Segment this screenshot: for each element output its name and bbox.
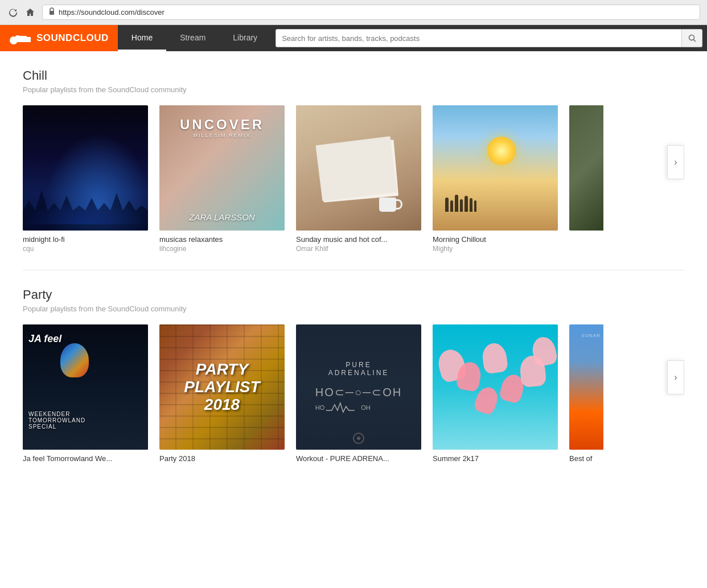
playlist-author: Mighty — [433, 245, 558, 253]
chill-playlist-row: midnight lo-fi cqu UNCOVER MILLESIM REMI… — [23, 105, 684, 253]
browser-chrome: https://soundcloud.com/discover — [0, 0, 707, 25]
playlist-thumb: JA feel WEEKENDER TOMORROWLAND SPECIAL — [23, 324, 148, 450]
reload-button[interactable] — [7, 6, 19, 19]
playlist-thumb — [433, 324, 558, 450]
soundcloud-icon — [9, 31, 32, 45]
uncover-title-text: UNCOVER — [180, 117, 264, 133]
playlist-thumb — [296, 105, 421, 231]
playlist-name: midnight lo-fi — [23, 235, 148, 244]
playlist-author: cqu — [23, 245, 148, 253]
playlist-thumb: PARTY PLAYLIST 2018 — [159, 324, 285, 450]
playlist-morning[interactable]: Morning Chillout Mighty — [433, 105, 558, 253]
playlist-author: lihcogine — [159, 245, 285, 253]
playlist-name: Summer 2k17 — [433, 454, 558, 463]
playlist-thumb: UNCOVER MILLESIM REMIX ZARA LARSSON — [159, 105, 285, 231]
playlist-name: Ja feel Tomorrowland We... — [23, 454, 148, 463]
playlist-thumb — [433, 105, 558, 231]
playlist-thumb — [569, 105, 603, 231]
uncover-sub-text: MILLESIM REMIX — [193, 133, 250, 138]
chill-subtitle: Popular playlists from the SoundCloud co… — [23, 85, 684, 94]
playlist-thumb: SONAR — [569, 324, 603, 450]
section-divider — [23, 270, 684, 270]
party-line2: PLAYLIST — [184, 379, 260, 396]
party-section: Party Popular playlists from the SoundCl… — [23, 287, 684, 464]
playlist-jazz-partial[interactable] — [569, 105, 603, 253]
playlist-name: Party 2018 — [159, 454, 285, 463]
main-nav: SOUNDCLOUD Home Stream Library — [0, 25, 707, 51]
party-line3: 2018 — [184, 396, 260, 413]
svg-rect-0 — [50, 11, 54, 15]
workout-overlay: PURE ADRENALINE HO⊂─○─⊂OH HO OH — [315, 361, 402, 413]
svg-point-9 — [689, 35, 694, 40]
jafeel-weekender: WEEKENDER — [28, 411, 85, 417]
party-title: Party — [23, 287, 684, 302]
uncover-artist-text: ZARA LARSSON — [189, 212, 254, 222]
nav-stream[interactable]: Stream — [166, 25, 219, 51]
playlist-workout[interactable]: PURE ADRENALINE HO⊂─○─⊂OH HO OH — [296, 324, 421, 464]
nav-links: Home Stream Library — [118, 25, 271, 51]
playlist-party2018[interactable]: PARTY PLAYLIST 2018 Party 2018 — [159, 324, 285, 464]
playlist-name: Workout - PURE ADRENA... — [296, 454, 421, 463]
party-next-arrow[interactable]: › — [667, 360, 684, 394]
party-line1: PARTY — [184, 361, 260, 379]
workout-title: PURE ADRENALINE — [315, 361, 402, 377]
address-bar[interactable]: https://soundcloud.com/discover — [42, 5, 700, 20]
bestof-label: Best of — [569, 454, 603, 463]
chill-next-arrow[interactable]: › — [667, 145, 684, 179]
home-button[interactable] — [24, 6, 36, 19]
jafeel-name: JA feel — [28, 333, 61, 345]
playlist-thumb: PURE ADRENALINE HO⊂─○─⊂OH HO OH — [296, 324, 421, 450]
playlist-summer[interactable]: Summer 2k17 — [433, 324, 558, 464]
sc-logo[interactable]: SOUNDCLOUD — [0, 25, 118, 51]
chill-title: Chill — [23, 68, 684, 83]
browser-controls — [7, 6, 36, 19]
jafeel-tomorrowland: TOMORROWLAND — [28, 417, 85, 423]
main-content: Chill Popular playlists from the SoundCl… — [0, 51, 707, 588]
sc-logo-text: SOUNDCLOUD — [36, 32, 109, 44]
playlist-sunday[interactable]: Sunday music and hot cof... Omar Khlif — [296, 105, 421, 253]
jafeel-special: SPECIAL — [28, 423, 85, 430]
svg-line-10 — [693, 40, 696, 42]
playlist-name: musicas relaxantes — [159, 235, 285, 244]
url-text: https://soundcloud.com/discover — [59, 8, 165, 17]
playlist-name: Sunday music and hot cof... — [296, 235, 421, 244]
playlist-bestof-partial[interactable]: SONAR Best of — [569, 324, 603, 464]
search-input[interactable] — [276, 29, 682, 47]
playlist-name: Morning Chillout — [433, 235, 558, 244]
svg-rect-8 — [14, 39, 31, 42]
nav-library[interactable]: Library — [219, 25, 271, 51]
lock-icon — [48, 7, 55, 17]
playlist-author: Omar Khlif — [296, 245, 421, 253]
party-playlist-row: JA feel WEEKENDER TOMORROWLAND SPECIAL J… — [23, 324, 684, 464]
playlist-jafeel[interactable]: JA feel WEEKENDER TOMORROWLAND SPECIAL J… — [23, 324, 148, 464]
party-subtitle: Popular playlists from the SoundCloud co… — [23, 305, 684, 313]
search-bar — [271, 25, 707, 51]
playlist-thumb — [23, 105, 148, 231]
nav-home[interactable]: Home — [118, 25, 166, 51]
chill-section: Chill Popular playlists from the SoundCl… — [23, 68, 684, 253]
search-button[interactable] — [682, 29, 702, 47]
playlist-midnight-lofi[interactable]: midnight lo-fi cqu — [23, 105, 148, 253]
playlist-musicas[interactable]: UNCOVER MILLESIM REMIX ZARA LARSSON musi… — [159, 105, 285, 253]
party-text: PARTY PLAYLIST 2018 — [184, 361, 260, 413]
